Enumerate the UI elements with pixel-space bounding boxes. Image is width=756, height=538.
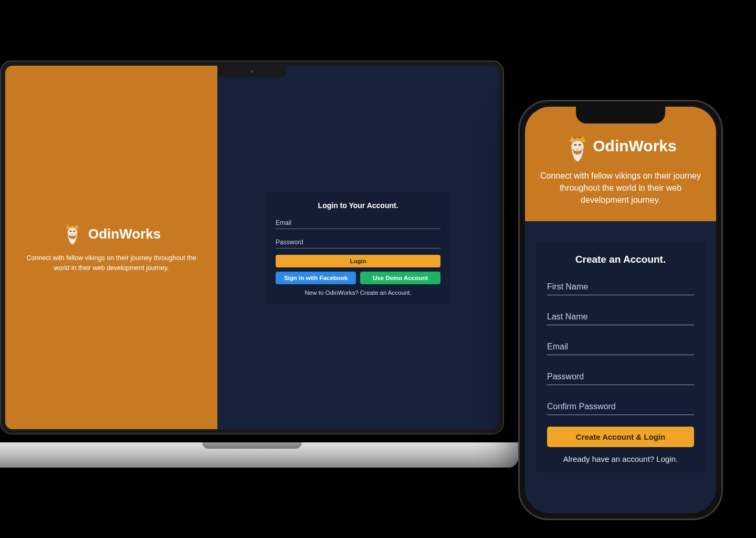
laptop-bezel: OdinWorks Connect with fellow vikings on… <box>0 60 504 434</box>
phone-notch <box>576 107 665 123</box>
login-card: Login to Your Account. Login Sign in wit… <box>266 192 450 303</box>
laptop-notch <box>218 66 286 77</box>
signup-card: Create an Account. Create Account & Logi… <box>536 242 706 473</box>
hero-tagline: Connect with fellow vikings on their jou… <box>538 170 704 206</box>
switch-to-signup-link[interactable]: New to OdinWorks? Create an Account. <box>276 289 440 296</box>
signup-heading: Create an Account. <box>547 254 694 265</box>
laptop-base <box>0 442 520 468</box>
switch-to-login-link[interactable]: Already have an account? Login. <box>547 454 694 463</box>
confirm-password-field[interactable] <box>547 397 694 415</box>
hero-tagline: Connect with fellow vikings on their jou… <box>26 253 196 273</box>
demo-login-button[interactable]: Use Demo Account <box>360 272 440 284</box>
create-account-button[interactable]: Create Account & Login <box>547 427 694 447</box>
odin-logo-icon <box>62 222 83 246</box>
brand-name: OdinWorks <box>88 226 161 242</box>
login-alt-row: Sign in with Facebook Use Demo Account <box>276 272 440 284</box>
laptop-screen: OdinWorks Connect with fellow vikings on… <box>5 66 499 429</box>
password-field[interactable] <box>547 367 694 385</box>
email-field[interactable] <box>276 216 440 229</box>
login-heading: Login to Your Account. <box>276 201 440 210</box>
first-name-field[interactable] <box>547 277 694 295</box>
laptop-login-area: Login to Your Account. Login Sign in wit… <box>217 66 499 429</box>
laptop-device-frame: OdinWorks Connect with fellow vikings on… <box>0 60 520 468</box>
phone-hero-panel: OdinWorks Connect with fellow vikings on… <box>525 107 716 221</box>
laptop-hero-panel: OdinWorks Connect with fellow vikings on… <box>5 66 217 429</box>
email-field[interactable] <box>547 337 694 355</box>
odin-logo-icon <box>564 133 587 159</box>
brand-lockup: OdinWorks <box>538 133 704 159</box>
brand-name: OdinWorks <box>593 137 676 155</box>
password-field[interactable] <box>276 235 440 249</box>
brand-lockup: OdinWorks <box>62 222 161 246</box>
facebook-login-button[interactable]: Sign in with Facebook <box>276 272 356 284</box>
phone-device-frame: OdinWorks Connect with fellow vikings on… <box>518 100 723 520</box>
last-name-field[interactable] <box>547 307 694 325</box>
phone-screen: OdinWorks Connect with fellow vikings on… <box>525 107 716 513</box>
login-button[interactable]: Login <box>276 255 440 267</box>
